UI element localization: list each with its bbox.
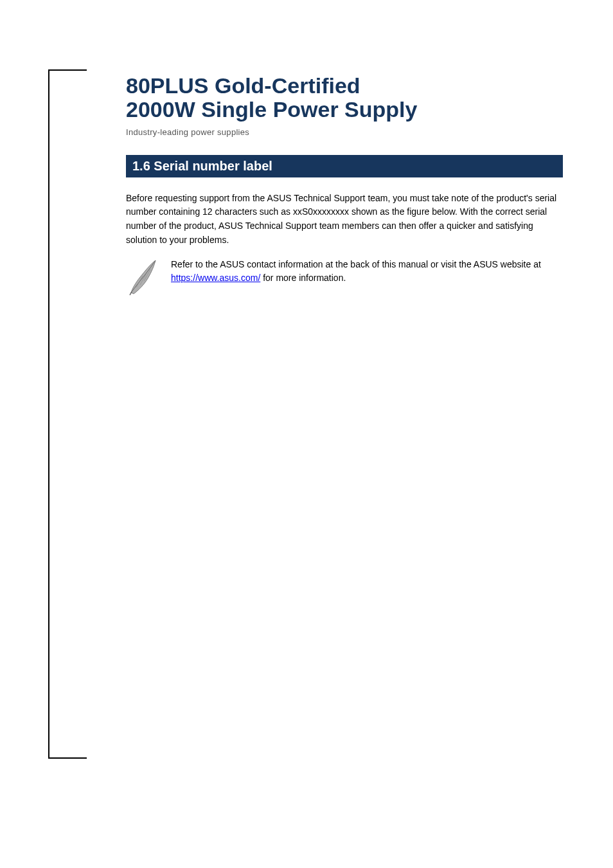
body-paragraph: Before requesting support from the ASUS … xyxy=(126,192,563,248)
note-link[interactable]: https://www.asus.com/ xyxy=(171,273,260,283)
note-prefix: Refer to the ASUS contact information at… xyxy=(171,259,541,269)
title-sub: Industry-leading power supplies xyxy=(126,127,563,137)
title-block: 80PLUS Gold-Certified 2000W Single Power… xyxy=(126,74,563,137)
page-frame xyxy=(48,69,87,759)
title-line2: 2000W Single Power Supply xyxy=(126,98,563,122)
section-heading: 1.6 Serial number label xyxy=(126,155,563,177)
feather-icon xyxy=(126,258,159,296)
note-block: Refer to the ASUS contact information at… xyxy=(126,258,563,296)
note-text: Refer to the ASUS contact information at… xyxy=(171,258,563,285)
title-line1: 80PLUS Gold-Certified xyxy=(126,74,563,98)
note-suffix: for more information. xyxy=(260,273,346,283)
page-content: 80PLUS Gold-Certified 2000W Single Power… xyxy=(126,74,563,296)
